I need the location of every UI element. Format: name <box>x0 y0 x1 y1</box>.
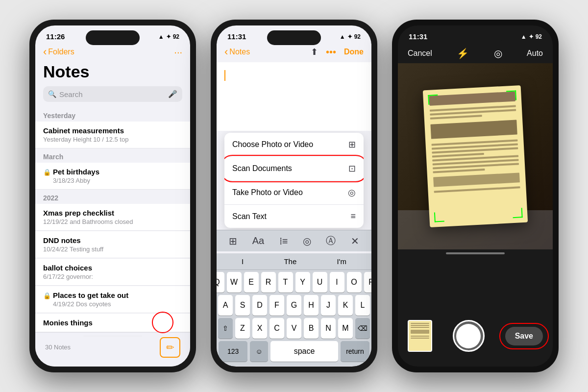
notes-count: 30 Notes <box>45 343 71 351</box>
key-z[interactable]: Z <box>235 318 250 339</box>
doc-line <box>434 186 520 193</box>
key-p[interactable]: P <box>364 272 372 293</box>
nav-bar-1: Folders ··· <box>35 44 190 62</box>
key-t[interactable]: T <box>278 272 293 293</box>
note-ballot[interactable]: ballot choices 6/17/22 governor: <box>35 259 190 286</box>
format-icon[interactable]: Aa <box>252 235 264 246</box>
key-v[interactable]: V <box>287 318 301 339</box>
key-a[interactable]: A <box>218 295 233 316</box>
back-notes-button[interactable]: Notes <box>224 46 250 58</box>
key-f[interactable]: F <box>270 295 284 316</box>
back-folders-button[interactable]: Folders <box>43 46 74 58</box>
save-button[interactable]: Save <box>505 327 543 345</box>
camera-toggle-icon[interactable]: ◎ <box>494 48 502 59</box>
kb-row-2: A S D F G H J K L <box>219 295 369 316</box>
note-xmas[interactable]: Xmas prep checklist 12/19/22 and Bathroo… <box>35 204 190 231</box>
time-3: 11:31 <box>409 32 427 41</box>
note-editor[interactable] <box>217 62 371 131</box>
table-icon[interactable]: ⊞ <box>229 235 237 247</box>
key-y[interactable]: Y <box>295 272 310 293</box>
thumb-line <box>411 336 429 337</box>
key-m[interactable]: M <box>338 318 353 339</box>
cancel-button[interactable]: Cancel <box>408 49 432 58</box>
note-pet-birthdays[interactable]: 🔒 Pet birthdays 3/18/23 Abby <box>35 163 190 190</box>
note-title: Monies things <box>43 318 182 327</box>
share-icon[interactable]: ⬆ <box>311 47 318 57</box>
key-b[interactable]: B <box>304 318 318 339</box>
note-dnd[interactable]: DND notes 10/24/22 Testing stuff <box>35 231 190 258</box>
search-icon: 🔍 <box>48 90 56 98</box>
corner-bl <box>434 212 444 222</box>
more-icon[interactable]: ••• <box>326 47 336 58</box>
suggestion-the[interactable]: The <box>284 257 296 266</box>
phone-1: 11:26 ▲ ✦ 92 Folders ··· Notes 🔍 Search … <box>29 20 196 372</box>
note-monies[interactable]: Monies things <box>35 314 190 332</box>
corner-br <box>513 208 523 218</box>
key-g[interactable]: G <box>287 295 301 316</box>
doc-line <box>433 169 485 173</box>
key-h[interactable]: H <box>304 295 318 316</box>
thumb-line <box>411 325 429 326</box>
close-toolbar-icon[interactable]: ✕ <box>351 235 359 247</box>
key-s[interactable]: S <box>235 295 250 316</box>
key-o[interactable]: O <box>347 272 362 293</box>
keyboard: Q W E R T Y U I O P A S D F G H J K L <box>217 270 371 366</box>
key-r[interactable]: R <box>261 272 276 293</box>
key-space[interactable]: space <box>270 341 338 362</box>
wifi-icon: ✦ <box>347 33 352 40</box>
note-places[interactable]: 🔒 Places to get take out 4/19/22 Dos coy… <box>35 286 190 313</box>
markup-icon[interactable]: Ⓐ <box>326 234 336 247</box>
scan-icon: ⊡ <box>348 163 356 174</box>
key-k[interactable]: K <box>338 295 353 316</box>
note-nav-actions: ⬆ ••• Done <box>311 47 364 58</box>
more-options-button[interactable]: ··· <box>174 47 182 58</box>
document-paper <box>423 85 528 227</box>
scan-text-menu-item[interactable]: Scan Text ≡ <box>224 205 364 228</box>
key-l[interactable]: L <box>355 295 370 316</box>
key-emoji[interactable]: ☺ <box>250 341 268 362</box>
capture-button[interactable] <box>453 320 485 352</box>
list-icon[interactable]: ⁞≡ <box>279 235 288 247</box>
camera-icon: ◎ <box>348 187 356 198</box>
scan-documents-menu-item[interactable]: Scan Documents ⊡ <box>224 157 364 181</box>
suggestion-im[interactable]: I'm <box>337 257 346 266</box>
wifi-icon: ✦ <box>166 33 171 40</box>
take-photo-menu-item[interactable]: Take Photo or Video ◎ <box>224 181 364 205</box>
choose-photo-label: Choose Photo or Video <box>232 140 313 149</box>
key-return[interactable]: return <box>341 341 369 362</box>
key-c[interactable]: C <box>270 318 284 339</box>
done-button[interactable]: Done <box>344 48 364 56</box>
key-d[interactable]: D <box>252 295 267 316</box>
key-w[interactable]: W <box>227 272 242 293</box>
note-meta: 3/18/23 Abby <box>53 177 99 184</box>
thumb-line <box>411 323 429 324</box>
phone-2-screen: 11:31 ▲ ✦ 92 Notes ⬆ ••• Done <box>217 25 371 367</box>
key-q[interactable]: Q <box>217 272 224 293</box>
note-title: Pet birthdays <box>53 168 99 176</box>
key-x[interactable]: X <box>252 318 267 339</box>
suggestion-i[interactable]: I <box>242 257 244 266</box>
key-shift[interactable]: ⇧ <box>218 318 233 339</box>
note-meta: 4/19/22 Dos coyotes <box>53 300 128 308</box>
note-meta: 10/24/22 Testing stuff <box>43 245 182 253</box>
note-nav: Notes ⬆ ••• Done <box>217 44 371 62</box>
camera-toolbar-icon[interactable]: ◎ <box>303 235 311 247</box>
choose-photo-menu-item[interactable]: Choose Photo or Video ⊞ <box>224 133 364 157</box>
phone-1-screen: 11:26 ▲ ✦ 92 Folders ··· Notes 🔍 Search … <box>35 25 190 367</box>
scan-thumbnail[interactable] <box>408 320 432 352</box>
note-title: ballot choices <box>43 264 182 272</box>
flash-icon[interactable]: ⚡ <box>457 48 469 59</box>
key-123[interactable]: 123 <box>219 341 247 362</box>
compose-button[interactable]: ✏ <box>160 337 180 358</box>
key-e[interactable]: E <box>244 272 259 293</box>
key-u[interactable]: U <box>313 272 327 293</box>
scan-text-label: Scan Text <box>232 212 267 221</box>
key-i[interactable]: I <box>330 272 344 293</box>
doc-dark-bar <box>430 120 517 139</box>
key-backspace[interactable]: ⌫ <box>355 318 370 339</box>
key-n[interactable]: N <box>321 318 336 339</box>
key-j[interactable]: J <box>321 295 336 316</box>
search-bar[interactable]: 🔍 Search 🎤 <box>43 86 182 102</box>
note-cabinet[interactable]: Cabinet measurements Yesterday Height 10… <box>35 122 190 148</box>
camera-top-bar: Cancel ⚡ ◎ Auto <box>398 44 553 63</box>
